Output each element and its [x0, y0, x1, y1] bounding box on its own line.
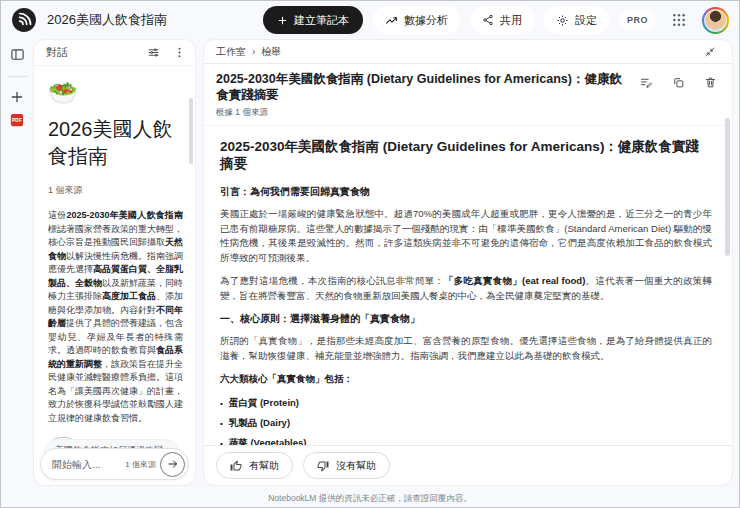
create-notebook-button[interactable]: 建立筆記本 [263, 6, 363, 34]
main-row: PDF 對話 🥗 2026美國人飲食指南 1 個來源 這份2025-2030年美… [1, 39, 739, 490]
feedback-row: 有幫助 沒有幫助 [204, 445, 732, 485]
chat-input[interactable] [52, 459, 121, 470]
collapse-panel-icon[interactable] [700, 42, 720, 62]
breadcrumb-current: 檢舉 [261, 45, 281, 59]
notebooklm-logo-icon [11, 7, 37, 33]
panel-toggle-icon[interactable] [10, 47, 25, 66]
based-on-sources: 根據 1 個來源 [216, 107, 720, 119]
chat-summary-text: 這份2025-2030年美國人飲食指南標誌著國家營養政策的重大轉型，核心宗旨是推… [48, 209, 183, 425]
helpful-button[interactable]: 有幫助 [216, 452, 293, 479]
gear-icon [556, 14, 569, 27]
chat-body: 🥗 2026美國人飲食指南 1 個來源 這份2025-2030年美國人飲食指南標… [34, 66, 195, 485]
pdf-source-icon[interactable]: PDF [10, 113, 24, 131]
chat-input-pill: 1 個來源 [40, 448, 189, 480]
share-icon [482, 14, 494, 26]
kebab-menu-icon[interactable] [169, 43, 189, 63]
bullet-dot: • [220, 397, 223, 410]
copy-icon[interactable] [668, 72, 688, 92]
not-helpful-button[interactable]: 沒有幫助 [303, 452, 390, 479]
note-block-h3: 引言：為何我們需要回歸真實食物 [220, 185, 712, 198]
note-block-bullet: •蛋白質 (Protein) [220, 396, 712, 410]
chat-source-count: 1 個來源 [48, 184, 183, 197]
note-block-p: 六大類核心「真實食物」包括： [220, 372, 712, 387]
breadcrumb-studio[interactable]: 工作室 [216, 45, 246, 59]
note-block-p: 所謂的「真實食物」，是指那些未經高度加工、富含營養的原型食物。優先選擇這些食物，… [220, 334, 712, 363]
settings-button[interactable]: 設定 [544, 6, 609, 34]
helpful-label: 有幫助 [249, 459, 279, 473]
note-emoji: 🥗 [48, 78, 183, 108]
input-source-count: 1 個來源 [125, 459, 156, 470]
disclaimer-footer: NotebookLM 提供的資訊未必正確，請查證回覆內容。 [1, 490, 739, 507]
pro-badge: PRO [619, 10, 656, 30]
create-notebook-label: 建立筆記本 [294, 13, 349, 28]
note-content: 2025-2030年美國飲食指南 (Dietary Guidelines for… [204, 126, 732, 445]
chat-scrollbar[interactable] [189, 98, 193, 164]
chat-note-title: 2026美國人飲食指南 [48, 116, 183, 170]
trending-up-icon [385, 14, 398, 27]
chevron-right-icon: › [252, 46, 255, 57]
bullet-dot: • [220, 417, 223, 430]
convert-to-note-icon[interactable] [636, 72, 656, 92]
note-block-h1: 2025-2030年美國飲食指南 (Dietary Guidelines for… [220, 138, 712, 172]
thumbs-down-icon [317, 460, 329, 472]
plus-icon [277, 15, 288, 26]
chat-footer: 美國飲食指南如何通過改變... 1 個來源 [34, 427, 195, 485]
share-label: 共用 [500, 13, 522, 28]
not-helpful-label: 沒有幫助 [336, 459, 376, 473]
notebooklm-window: 2026美國人飲食指南 建立筆記本 數據分析 共用 設定 PRO [0, 0, 740, 508]
note-title: 2025-2030年美國飲食指南 (Dietary Guidelines for… [216, 71, 624, 103]
disclaimer-text: NotebookLM 提供的資訊未必正確，請查證回覆內容。 [268, 493, 472, 505]
rail-divider [7, 76, 27, 77]
note-block-p: 美國正處於一場嚴峻的健康緊急狀態中。超過70%的美國成年人超重或肥胖，更令人擔憂… [220, 207, 712, 265]
tune-icon[interactable] [143, 43, 163, 63]
chat-panel: 對話 🥗 2026美國人飲食指南 1 個來源 這份2025-2030年美國人飲食… [33, 39, 196, 486]
apps-grid-icon[interactable] [666, 7, 692, 33]
chat-panel-title: 對話 [46, 45, 137, 60]
notebook-title: 2026美國人飲食指南 [47, 11, 167, 29]
analytics-label: 數據分析 [404, 13, 448, 28]
note-block-p: 為了應對這場危機，本次指南的核心訊息非常簡單：「多吃真實食物」(eat real… [220, 274, 712, 303]
delete-icon[interactable] [700, 72, 720, 92]
note-block-bullet: •乳製品 (Dairy) [220, 416, 712, 430]
breadcrumb: 工作室 › 檢舉 [204, 40, 732, 64]
note-block-bullet: •蔬菜 (Vegetables) [220, 436, 712, 446]
bullet-dot: • [220, 437, 223, 446]
thumbs-up-icon [230, 460, 242, 472]
avatar-photo [704, 9, 727, 32]
share-button[interactable]: 共用 [470, 6, 534, 34]
user-avatar[interactable] [702, 7, 729, 34]
note-header: 2025-2030年美國飲食指南 (Dietary Guidelines for… [204, 64, 732, 126]
note-panel: 工作室 › 檢舉 2025-2030年美國飲食指南 (Dietary Guide… [203, 39, 733, 486]
left-rail: PDF [1, 39, 33, 486]
note-header-actions [636, 71, 720, 92]
top-bar: 2026美國人飲食指南 建立筆記本 數據分析 共用 設定 PRO [1, 1, 739, 39]
note-block-h3: 一、核心原則：選擇滋養身體的「真實食物」 [220, 312, 712, 325]
note-scrollbar[interactable] [725, 118, 730, 256]
analytics-button[interactable]: 數據分析 [373, 6, 460, 34]
settings-label: 設定 [575, 13, 597, 28]
add-source-button[interactable] [9, 89, 25, 109]
send-button[interactable] [160, 452, 185, 477]
chat-panel-header: 對話 [34, 40, 195, 66]
svg-text:PDF: PDF [12, 118, 22, 123]
